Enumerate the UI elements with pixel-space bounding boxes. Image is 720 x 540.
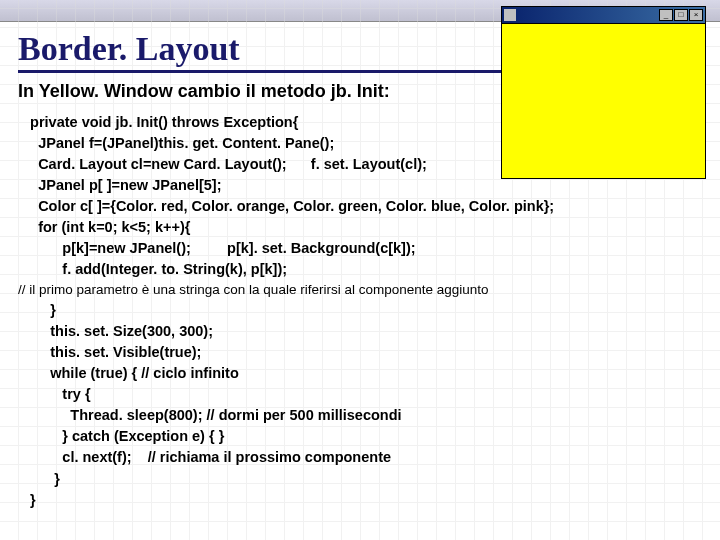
demo-window-titlebar: _ □ × [501, 6, 706, 24]
code-comment: // il primo parametro è una stringa con … [18, 280, 702, 300]
code-block-2: } this. set. Size(300, 300); this. set. … [18, 300, 702, 510]
close-button[interactable]: × [689, 9, 703, 21]
window-app-icon [504, 9, 516, 21]
demo-window: _ □ × [501, 6, 706, 179]
minimize-button[interactable]: _ [659, 9, 673, 21]
demo-window-body [501, 24, 706, 179]
maximize-button[interactable]: □ [674, 9, 688, 21]
